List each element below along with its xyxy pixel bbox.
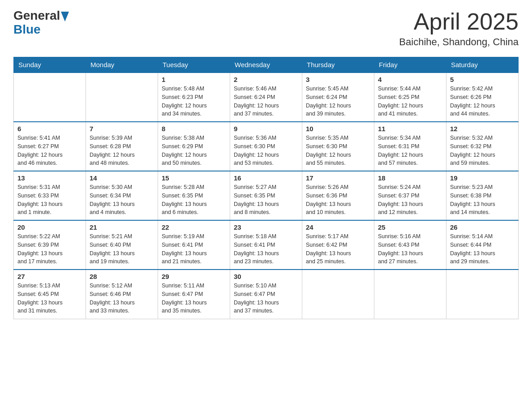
weekday-row: SundayMondayTuesdayWednesdayThursdayFrid… [14, 57, 519, 73]
day-info: Sunrise: 5:39 AMSunset: 6:28 PMDaylight:… [90, 134, 154, 167]
calendar-cell: 23Sunrise: 5:18 AMSunset: 6:41 PMDayligh… [230, 220, 302, 270]
calendar-cell: 27Sunrise: 5:13 AMSunset: 6:45 PMDayligh… [14, 270, 86, 319]
day-info: Sunrise: 5:22 AMSunset: 6:39 PMDaylight:… [17, 232, 82, 266]
logo-block: General Blue [13, 9, 69, 37]
weekday-header-thursday: Thursday [302, 57, 374, 73]
day-number: 13 [17, 174, 82, 182]
day-info: Sunrise: 5:35 AMSunset: 6:30 PMDaylight:… [306, 134, 370, 167]
calendar-cell [86, 73, 158, 122]
calendar-cell: 8Sunrise: 5:38 AMSunset: 6:29 PMDaylight… [158, 122, 230, 171]
calendar-cell [446, 270, 519, 319]
day-number: 18 [378, 174, 442, 182]
day-number: 11 [378, 125, 442, 133]
day-number: 14 [90, 174, 154, 182]
calendar-cell: 5Sunrise: 5:42 AMSunset: 6:26 PMDaylight… [446, 73, 519, 122]
week-row-4: 20Sunrise: 5:22 AMSunset: 6:39 PMDayligh… [14, 220, 519, 270]
day-info: Sunrise: 5:16 AMSunset: 6:43 PMDaylight:… [378, 232, 442, 266]
week-row-2: 6Sunrise: 5:41 AMSunset: 6:27 PMDaylight… [14, 122, 519, 171]
day-info: Sunrise: 5:36 AMSunset: 6:30 PMDaylight:… [234, 134, 298, 167]
day-number: 15 [162, 174, 226, 182]
day-number: 25 [378, 223, 442, 231]
subtitle: Baichihe, Shandong, China [399, 36, 519, 48]
calendar-cell: 25Sunrise: 5:16 AMSunset: 6:43 PMDayligh… [374, 220, 446, 270]
calendar-cell: 3Sunrise: 5:45 AMSunset: 6:24 PMDaylight… [302, 73, 374, 122]
day-info: Sunrise: 5:13 AMSunset: 6:45 PMDaylight:… [17, 282, 82, 315]
day-number: 9 [234, 125, 298, 133]
day-number: 5 [450, 76, 515, 83]
weekday-header-monday: Monday [86, 57, 158, 73]
day-number: 21 [90, 223, 154, 231]
day-info: Sunrise: 5:23 AMSunset: 6:38 PMDaylight:… [450, 183, 515, 217]
day-number: 10 [306, 125, 370, 133]
day-info: Sunrise: 5:34 AMSunset: 6:31 PMDaylight:… [378, 134, 442, 167]
calendar-cell: 29Sunrise: 5:11 AMSunset: 6:47 PMDayligh… [158, 270, 230, 319]
calendar-cell: 2Sunrise: 5:46 AMSunset: 6:24 PMDaylight… [230, 73, 302, 122]
day-info: Sunrise: 5:26 AMSunset: 6:36 PMDaylight:… [306, 183, 370, 217]
logo-blue-text: Blue [13, 22, 41, 36]
calendar-cell: 20Sunrise: 5:22 AMSunset: 6:39 PMDayligh… [14, 220, 86, 270]
weekday-header-tuesday: Tuesday [158, 57, 230, 73]
calendar-cell: 21Sunrise: 5:21 AMSunset: 6:40 PMDayligh… [86, 220, 158, 270]
weekday-header-wednesday: Wednesday [230, 57, 302, 73]
day-info: Sunrise: 5:41 AMSunset: 6:27 PMDaylight:… [17, 134, 82, 167]
calendar-cell: 18Sunrise: 5:24 AMSunset: 6:37 PMDayligh… [374, 171, 446, 220]
day-info: Sunrise: 5:27 AMSunset: 6:35 PMDaylight:… [234, 183, 298, 217]
day-number: 30 [234, 273, 298, 280]
day-number: 1 [162, 76, 226, 83]
day-number: 16 [234, 174, 298, 182]
calendar-cell [374, 270, 446, 319]
calendar-cell: 28Sunrise: 5:12 AMSunset: 6:46 PMDayligh… [86, 270, 158, 319]
calendar-cell: 13Sunrise: 5:31 AMSunset: 6:33 PMDayligh… [14, 171, 86, 220]
calendar-cell: 30Sunrise: 5:10 AMSunset: 6:47 PMDayligh… [230, 270, 302, 319]
calendar-cell: 12Sunrise: 5:32 AMSunset: 6:32 PMDayligh… [446, 122, 519, 171]
calendar-cell: 26Sunrise: 5:14 AMSunset: 6:44 PMDayligh… [446, 220, 519, 270]
calendar-cell [14, 73, 86, 122]
calendar-cell: 7Sunrise: 5:39 AMSunset: 6:28 PMDaylight… [86, 122, 158, 171]
day-number: 20 [17, 223, 82, 231]
day-info: Sunrise: 5:46 AMSunset: 6:24 PMDaylight:… [234, 85, 298, 118]
calendar-cell [302, 270, 374, 319]
day-info: Sunrise: 5:18 AMSunset: 6:41 PMDaylight:… [234, 232, 298, 266]
day-info: Sunrise: 5:10 AMSunset: 6:47 PMDaylight:… [234, 282, 298, 315]
week-row-5: 27Sunrise: 5:13 AMSunset: 6:45 PMDayligh… [14, 270, 519, 319]
day-info: Sunrise: 5:24 AMSunset: 6:37 PMDaylight:… [378, 183, 442, 217]
calendar-cell: 11Sunrise: 5:34 AMSunset: 6:31 PMDayligh… [374, 122, 446, 171]
day-number: 29 [162, 273, 226, 280]
calendar-cell: 6Sunrise: 5:41 AMSunset: 6:27 PMDaylight… [14, 122, 86, 171]
weekday-header-friday: Friday [374, 57, 446, 73]
day-number: 4 [378, 76, 442, 83]
logo-general-text: General [13, 9, 60, 23]
calendar-cell: 1Sunrise: 5:48 AMSunset: 6:23 PMDaylight… [158, 73, 230, 122]
day-info: Sunrise: 5:32 AMSunset: 6:32 PMDaylight:… [450, 134, 515, 167]
week-row-1: 1Sunrise: 5:48 AMSunset: 6:23 PMDaylight… [14, 73, 519, 122]
day-number: 2 [234, 76, 298, 83]
page-header: General Blue April 2025 Baichihe, Shando… [13, 9, 519, 48]
day-info: Sunrise: 5:45 AMSunset: 6:24 PMDaylight:… [306, 85, 370, 118]
day-info: Sunrise: 5:11 AMSunset: 6:47 PMDaylight:… [162, 282, 226, 315]
day-info: Sunrise: 5:31 AMSunset: 6:33 PMDaylight:… [17, 183, 82, 217]
calendar-cell: 14Sunrise: 5:30 AMSunset: 6:34 PMDayligh… [86, 171, 158, 220]
week-row-3: 13Sunrise: 5:31 AMSunset: 6:33 PMDayligh… [14, 171, 519, 220]
calendar-cell: 22Sunrise: 5:19 AMSunset: 6:41 PMDayligh… [158, 220, 230, 270]
day-number: 12 [450, 125, 515, 133]
calendar-body: 1Sunrise: 5:48 AMSunset: 6:23 PMDaylight… [14, 73, 519, 319]
day-number: 19 [450, 174, 515, 182]
day-info: Sunrise: 5:38 AMSunset: 6:29 PMDaylight:… [162, 134, 226, 167]
calendar-cell: 4Sunrise: 5:44 AMSunset: 6:25 PMDaylight… [374, 73, 446, 122]
day-number: 8 [162, 125, 226, 133]
calendar-cell: 19Sunrise: 5:23 AMSunset: 6:38 PMDayligh… [446, 171, 519, 220]
day-number: 24 [306, 223, 370, 231]
day-info: Sunrise: 5:12 AMSunset: 6:46 PMDaylight:… [90, 282, 154, 315]
day-number: 26 [450, 223, 515, 231]
logo: General Blue [13, 9, 69, 37]
weekday-header-sunday: Sunday [14, 57, 86, 73]
calendar-cell: 9Sunrise: 5:36 AMSunset: 6:30 PMDaylight… [230, 122, 302, 171]
day-number: 17 [306, 174, 370, 182]
weekday-header-saturday: Saturday [446, 57, 519, 73]
day-number: 3 [306, 76, 370, 83]
day-number: 27 [17, 273, 82, 280]
main-title: April 2025 [399, 9, 519, 34]
day-number: 28 [90, 273, 154, 280]
day-info: Sunrise: 5:42 AMSunset: 6:26 PMDaylight:… [450, 85, 515, 118]
title-block: April 2025 Baichihe, Shandong, China [399, 9, 519, 48]
